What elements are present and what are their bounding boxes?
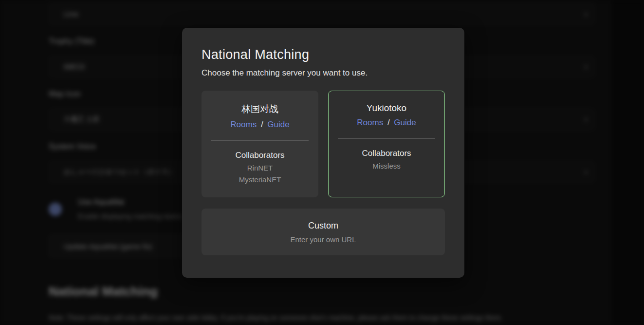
- modal-title: National Matching: [202, 47, 445, 62]
- collaborators-label: Collaborators: [362, 149, 411, 158]
- card-divider: [211, 140, 309, 141]
- rooms-link[interactable]: Rooms: [230, 120, 257, 129]
- rooms-link[interactable]: Rooms: [357, 118, 383, 127]
- custom-server-card[interactable]: Custom Enter your own URL: [202, 209, 445, 255]
- custom-card-subtitle: Enter your own URL: [290, 235, 356, 244]
- server-name: Yukiotoko: [367, 103, 406, 114]
- modal-subtitle: Choose the matching server you want to u…: [202, 68, 445, 78]
- guide-link[interactable]: Guide: [267, 120, 289, 129]
- link-separator: /: [259, 120, 265, 129]
- card-divider: [338, 138, 435, 139]
- guide-link[interactable]: Guide: [394, 118, 416, 127]
- server-links: Rooms / Guide: [357, 118, 416, 128]
- server-name: 林国对战: [241, 103, 278, 115]
- collaborator-name: MysteriaNET: [239, 175, 281, 184]
- national-matching-modal: National Matching Choose the matching se…: [182, 28, 464, 278]
- server-card-yukiotoko[interactable]: Yukiotoko Rooms / Guide Collaborators Mi…: [328, 91, 445, 197]
- server-cards-row: 林国对战 Rooms / Guide Collaborators RinNET …: [202, 91, 445, 197]
- server-card-linguo[interactable]: 林国对战 Rooms / Guide Collaborators RinNET …: [202, 91, 318, 197]
- custom-card-title: Custom: [308, 221, 338, 231]
- link-separator: /: [386, 118, 392, 127]
- server-links: Rooms / Guide: [230, 120, 289, 130]
- collaborator-name: RinNET: [247, 164, 273, 172]
- collaborator-name: Missless: [372, 162, 401, 170]
- collaborators-label: Collaborators: [235, 151, 284, 160]
